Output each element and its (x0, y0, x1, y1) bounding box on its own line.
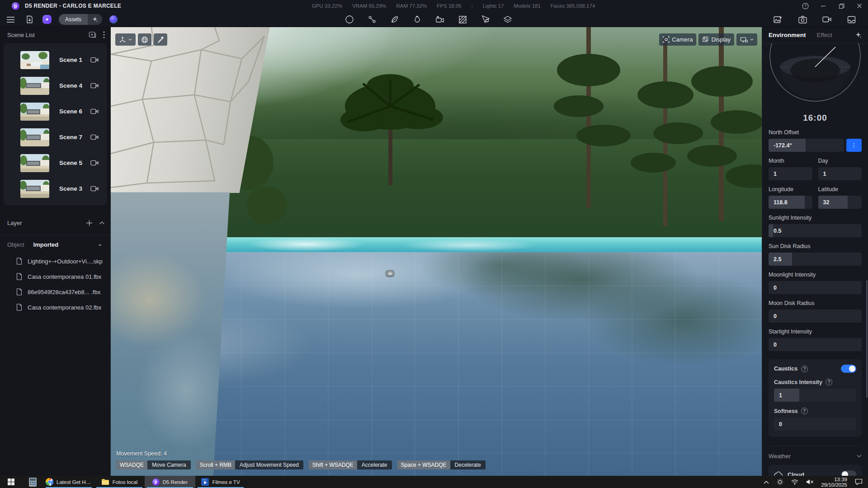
longitude-slider[interactable]: 118.8 (769, 196, 812, 209)
scene-camera-icon[interactable] (90, 186, 99, 192)
sunlight-intensity-slider[interactable]: 0.5 (769, 224, 862, 237)
caustics-intensity-help-icon[interactable]: ? (826, 379, 832, 385)
link-node-tool-icon[interactable] (366, 14, 378, 25)
add-camera-tool-icon[interactable] (434, 14, 446, 25)
add-layer-icon[interactable] (86, 220, 93, 226)
scene-camera-icon[interactable] (90, 57, 99, 63)
cloud-toggle[interactable] (841, 470, 856, 476)
render-viewport[interactable]: Camera Display Movement Speed: 4 WSADQE … (111, 27, 762, 476)
tab-effect[interactable]: Effect (817, 32, 832, 38)
select-tool-icon[interactable] (344, 14, 355, 25)
file-icon (16, 273, 22, 280)
object-file-row[interactable]: Lighting+-+Outdoor+Vi....skp (0, 253, 110, 269)
display-settings-button[interactable]: Display (698, 33, 734, 46)
north-offset-menu-button[interactable]: ⋮ (846, 139, 862, 152)
scene-row[interactable]: Scene 4 (4, 73, 107, 99)
object-filter-icon[interactable] (97, 242, 103, 247)
file-name: 86e9549f28ca437eb8... .fbx (28, 289, 100, 296)
camera-settings-button[interactable]: Camera (659, 33, 696, 46)
view-mode-dropdown[interactable] (115, 33, 136, 46)
latitude-slider[interactable]: 32 (818, 196, 862, 209)
caustics-help-icon[interactable]: ? (801, 366, 808, 372)
render-video-icon[interactable] (821, 14, 833, 25)
scene-row[interactable]: Scene 5 (4, 150, 107, 176)
day-input[interactable]: 1 (818, 167, 862, 180)
pool-drain-object[interactable] (386, 270, 394, 277)
wifi-icon[interactable] (791, 479, 798, 485)
scene-row[interactable]: Scene 6 (4, 99, 107, 124)
menu-button[interactable] (5, 14, 16, 25)
softness-slider[interactable]: 0 (774, 418, 856, 431)
month-value: 1 (774, 167, 777, 180)
fire-effect-tool-icon[interactable] (411, 14, 423, 25)
object-tab-imported[interactable]: Imported (33, 241, 88, 248)
scene-camera-icon[interactable] (90, 108, 99, 114)
scene-list-menu-icon[interactable] (103, 31, 105, 38)
north-offset-label: North Offset (769, 129, 862, 136)
taskbar-app-label: D5 Render (163, 479, 188, 485)
panel-sparkle-icon[interactable] (855, 32, 862, 38)
globe-button[interactable] (138, 33, 151, 46)
layers-tool-icon[interactable] (502, 14, 514, 25)
restore-button[interactable] (835, 1, 847, 11)
render-queue-icon[interactable] (845, 14, 857, 25)
caustics-intensity-label: Caustics Intensity (774, 379, 822, 385)
svg-text:?: ? (804, 4, 807, 8)
vegetation-tool-icon[interactable] (389, 14, 401, 25)
scene-camera-icon[interactable] (90, 160, 99, 166)
calculator-pinned-icon[interactable] (22, 476, 43, 488)
close-button[interactable] (854, 1, 865, 11)
caustics-toggle[interactable] (841, 365, 856, 373)
taskbar-app-label: Filmes e TV (212, 479, 240, 485)
brightness-icon[interactable] (777, 479, 783, 485)
taskbar-app-chrome[interactable]: Latest Get Help top... (43, 476, 94, 488)
import-file-button[interactable] (24, 14, 35, 25)
moon-disk-radius-slider[interactable]: 0 (769, 310, 862, 323)
scene-camera-icon[interactable] (90, 134, 99, 140)
render-photo-icon[interactable] (797, 14, 808, 25)
minimize-button[interactable] (817, 1, 829, 11)
assets-button[interactable]: Assets (59, 14, 102, 25)
add-scene-icon[interactable] (89, 31, 97, 38)
volume-muted-icon[interactable] (806, 479, 813, 485)
tray-clock[interactable]: 13:39 29/10/2025 (821, 477, 847, 488)
pointer-tool-icon[interactable] (479, 14, 491, 25)
tab-environment[interactable]: Environment (769, 32, 806, 38)
starlight-intensity-slider[interactable]: 0 (769, 338, 862, 351)
eyedropper-button[interactable] (154, 33, 167, 46)
material-tool-icon[interactable] (457, 14, 468, 25)
moonlight-intensity-label: Moonlight Intensity (769, 272, 862, 278)
stat-gpu: GPU 33.22% (312, 3, 342, 9)
scene-row[interactable]: Scene 3 (4, 176, 107, 202)
export-image-icon[interactable] (772, 14, 784, 25)
sun-position-dial[interactable] (769, 43, 862, 112)
month-input[interactable]: 1 (769, 167, 812, 180)
weather-chevron-icon[interactable] (857, 455, 862, 458)
tray-expand-icon[interactable] (764, 480, 769, 484)
taskbar-app-d5render[interactable]: p D5 Render (145, 476, 195, 488)
collapse-layer-icon[interactable] (99, 220, 105, 226)
scene-row[interactable]: Scene 7 (4, 124, 107, 150)
sun-time-value[interactable]: 16:00 (769, 113, 862, 123)
moonlight-intensity-slider[interactable]: 0 (769, 281, 862, 294)
object-file-row[interactable]: Casa contemporanea 02.fbx (0, 300, 110, 315)
taskbar-app-filmes-tv[interactable]: Filmes e TV (195, 476, 246, 488)
scene-row[interactable]: Scene 1 (4, 47, 107, 73)
render-orb-icon[interactable] (109, 15, 118, 23)
scene-camera-icon[interactable] (90, 83, 99, 89)
start-button[interactable] (0, 476, 22, 488)
object-file-row[interactable]: 86e9549f28ca437eb8... .fbx (0, 284, 110, 300)
caustics-intensity-slider[interactable]: 1 (774, 389, 856, 402)
softness-help-icon[interactable]: ? (801, 408, 808, 414)
ai-assistant-icon[interactable]: ✦ (42, 15, 52, 24)
screen-sync-dropdown[interactable] (736, 33, 757, 46)
notification-center-icon[interactable] (855, 479, 863, 485)
taskbar-app-fotos-local[interactable]: Fotos local (94, 476, 145, 488)
sun-disk-radius-slider[interactable]: 2.5 (769, 253, 862, 266)
north-offset-slider[interactable]: -172.4° (769, 139, 844, 152)
help-button[interactable]: ? (799, 1, 811, 11)
panel-scrollbar[interactable] (866, 280, 868, 398)
object-file-row[interactable]: Casa contemporanea 01.fbx (0, 269, 110, 284)
hint-key: Scroll + RMB (196, 460, 235, 469)
assets-sparkle-icon[interactable] (88, 14, 102, 25)
